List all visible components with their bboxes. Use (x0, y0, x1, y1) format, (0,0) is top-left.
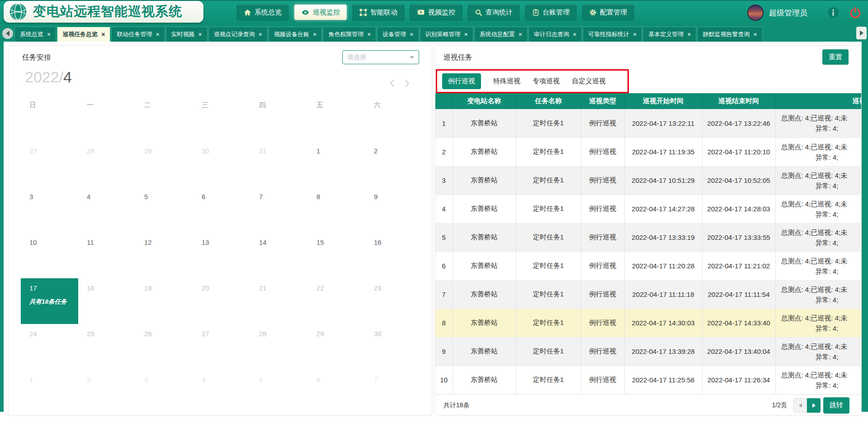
calendar-day[interactable]: 14 (250, 233, 308, 278)
close-icon[interactable]: × (687, 31, 691, 38)
tab-角色权限管理[interactable]: 角色权限管理× (323, 27, 376, 42)
calendar-day[interactable]: 16 (365, 233, 423, 278)
calendar-day[interactable]: 1 (21, 370, 78, 415)
calendar-day[interactable]: 24 (21, 324, 78, 370)
calendar-day[interactable]: 27 (21, 141, 78, 187)
calendar-day[interactable]: 9 (365, 187, 423, 233)
close-icon[interactable]: × (313, 31, 316, 38)
subtab-自定义巡视[interactable]: 自定义巡视 (572, 77, 606, 86)
calendar-day[interactable]: 5 (136, 187, 193, 233)
close-icon[interactable]: × (519, 31, 522, 38)
calendar-day[interactable]: 15 (308, 233, 365, 278)
calendar-day[interactable]: 12 (136, 233, 193, 278)
calendar-day[interactable]: 30 (365, 324, 423, 370)
close-icon[interactable]: × (259, 31, 262, 38)
tab-系统信息配置[interactable]: 系统信息配置× (474, 27, 528, 42)
nav-button-video[interactable]: 视频监控 (410, 5, 462, 20)
tab-联动任务管理[interactable]: 联动任务管理× (111, 27, 165, 42)
subtab-专项巡视[interactable]: 专项巡视 (533, 77, 560, 86)
calendar-next-button[interactable] (403, 78, 411, 88)
calendar-day[interactable]: 25 (78, 324, 136, 370)
tab-实时视频[interactable]: 实时视频× (166, 27, 208, 42)
table-row[interactable]: 2东善桥站定时任务1例行巡视2022-04-17 11:19:352022-04… (435, 138, 862, 166)
table-row[interactable]: 3东善桥站定时任务1例行巡视2022-04-17 10:51:292022-04… (435, 166, 862, 195)
calendar-day[interactable]: 3 (21, 187, 78, 233)
tab-巡视任务总览[interactable]: 巡视任务总览× (57, 27, 110, 42)
info-button[interactable] (827, 7, 839, 19)
tab-巡视点记录查询[interactable]: 巡视点记录查询× (208, 27, 268, 42)
reset-button[interactable]: 重置 (822, 49, 849, 65)
calendar-day[interactable]: 23 (365, 278, 423, 324)
calendar-day[interactable]: 29 (136, 141, 193, 187)
calendar-day[interactable]: 5 (250, 370, 308, 415)
table-row[interactable]: 8东善桥站定时任务1例行巡视2022-04-17 14:30:032022-04… (435, 309, 862, 337)
table-row[interactable]: 6东善桥站定时任务1例行巡视2022-04-17 11:20:282022-04… (435, 252, 862, 280)
close-icon[interactable]: × (101, 31, 105, 38)
logout-button[interactable] (849, 6, 862, 19)
calendar-day[interactable]: 29 (308, 324, 365, 370)
close-icon[interactable]: × (156, 31, 159, 38)
calendar-day[interactable]: 10 (21, 233, 78, 278)
close-icon[interactable]: × (573, 31, 576, 38)
calendar-day[interactable]: 7 (250, 187, 308, 233)
calendar-day[interactable]: 22 (308, 278, 365, 324)
next-page-button[interactable] (807, 398, 821, 413)
tab-scroll-right[interactable] (856, 27, 867, 39)
calendar-day[interactable]: 31 (250, 141, 308, 187)
avatar[interactable] (747, 5, 764, 21)
nav-button-linkage[interactable]: 智能联动 (353, 5, 404, 20)
tab-视频设备台账[interactable]: 视频设备台账× (269, 27, 322, 42)
calendar-day[interactable]: 8 (308, 187, 365, 233)
table-row[interactable]: 9东善桥站定时任务1例行巡视2022-04-17 13:39:282022-04… (435, 337, 862, 366)
tab-可靠性指标统计[interactable]: 可靠性指标统计× (583, 27, 642, 42)
calendar-day[interactable]: 13 (193, 233, 250, 278)
calendar-day[interactable]: 20 (193, 278, 250, 324)
calendar-day[interactable]: 18 (78, 278, 136, 324)
table-row[interactable]: 5东善桥站定时任务1例行巡视2022-04-17 13:33:192022-04… (435, 223, 862, 252)
calendar-day[interactable]: 3 (136, 370, 193, 415)
close-icon[interactable]: × (753, 31, 757, 38)
close-icon[interactable]: × (410, 31, 413, 38)
calendar-day[interactable]: 21 (250, 278, 308, 324)
table-row[interactable]: 4东善桥站定时任务1例行巡视2022-04-17 14:27:282022-04… (435, 195, 862, 223)
tab-识别策略管理[interactable]: 识别策略管理× (420, 27, 473, 42)
calendar-day[interactable]: 6 (193, 187, 250, 233)
calendar-day[interactable]: 4 (193, 370, 250, 415)
task-type-select[interactable]: 请选择 (342, 50, 419, 64)
subtab-特殊巡视[interactable]: 特殊巡视 (493, 77, 520, 86)
prev-page-button[interactable] (793, 398, 807, 413)
jump-button[interactable]: 跳转 (823, 397, 849, 414)
calendar-day[interactable]: 27 (193, 324, 250, 370)
subtab-例行巡视[interactable]: 例行巡视 (442, 73, 481, 89)
nav-button-gear[interactable]: 配置管理 (582, 5, 634, 20)
tab-审计日志查询[interactable]: 审计日志查询× (528, 27, 582, 42)
nav-button-eye[interactable]: 巡视监控 (294, 5, 347, 20)
calendar-day[interactable]: 6 (308, 370, 365, 415)
close-icon[interactable]: × (47, 31, 51, 38)
close-icon[interactable]: × (367, 31, 371, 38)
nav-button-ledger[interactable]: 台账管理 (525, 5, 576, 20)
tab-基本定义管理[interactable]: 基本定义管理× (643, 27, 696, 42)
calendar-day[interactable]: 28 (78, 141, 136, 187)
calendar-day[interactable]: 4 (78, 187, 136, 233)
tab-系统总览[interactable]: 系统总览× (14, 27, 56, 42)
calendar-day[interactable]: 11 (78, 233, 136, 278)
calendar-day[interactable]: 1 (308, 141, 365, 187)
calendar-prev-button[interactable] (388, 78, 396, 88)
calendar-day[interactable]: 26 (136, 324, 193, 370)
nav-button-search[interactable]: 查询统计 (468, 5, 519, 20)
calendar-day[interactable]: 30 (193, 141, 250, 187)
calendar-day[interactable]: 7 (365, 370, 423, 415)
table-row[interactable]: 7东善桥站定时任务1例行巡视2022-04-17 11:11:182022-04… (435, 280, 862, 309)
tab-设备管理[interactable]: 设备管理× (377, 27, 419, 42)
calendar-day[interactable]: 19 (136, 278, 193, 324)
close-icon[interactable]: × (464, 31, 468, 38)
table-row[interactable]: 10东善桥站定时任务1例行巡视2022-04-17 11:25:582022-0… (435, 366, 862, 394)
calendar-day[interactable]: 2 (365, 141, 423, 187)
tab-scroll-left[interactable] (2, 28, 13, 39)
close-icon[interactable]: × (198, 31, 202, 38)
table-row[interactable]: 1东善桥站定时任务1例行巡视2022-04-17 13:22:112022-04… (435, 109, 862, 138)
tab-静默监视告警查询[interactable]: 静默监视告警查询× (697, 27, 762, 42)
calendar-day[interactable]: 28 (250, 324, 308, 370)
nav-button-home[interactable]: 系统总览 (237, 5, 288, 20)
